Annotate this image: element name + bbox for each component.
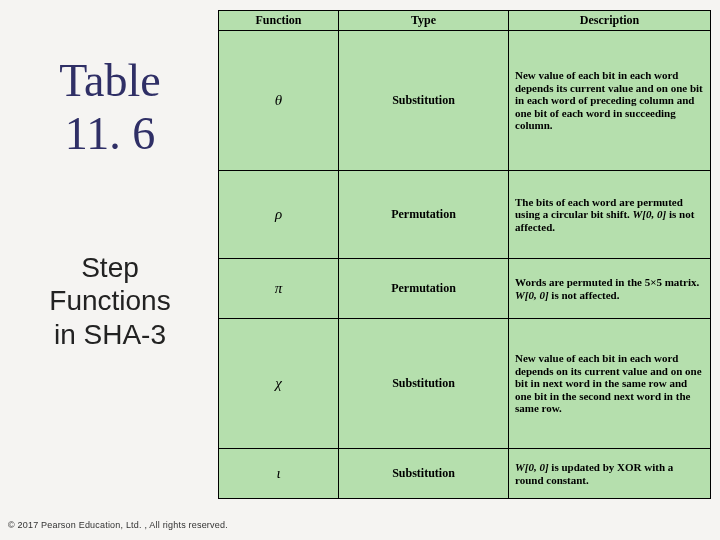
header-type: Type xyxy=(339,11,509,31)
subtitle-line-2: Functions xyxy=(0,284,220,318)
table-header-row: Function Type Description xyxy=(219,11,711,31)
cell-description: New value of each bit in each word depen… xyxy=(509,31,711,171)
table-row: χ Substitution New value of each bit in … xyxy=(219,319,711,449)
cell-description: New value of each bit in each word depen… xyxy=(509,319,711,449)
desc-text: is not affected. xyxy=(549,289,620,301)
copyright-footer: © 2017 Pearson Education, Ltd. , All rig… xyxy=(8,520,228,530)
desc-text: Words are permuted in the 5×5 matrix. xyxy=(515,276,699,288)
table-container: Function Type Description θ Substitution… xyxy=(218,10,710,499)
left-column: Table 11. 6 Step Functions in SHA-3 xyxy=(0,0,220,540)
subtitle-line-1: Step xyxy=(0,251,220,285)
cell-description: The bits of each word are permuted using… xyxy=(509,171,711,259)
cell-description: Words are permuted in the 5×5 matrix. W[… xyxy=(509,259,711,319)
desc-matrix: W[0, 0] xyxy=(633,208,667,220)
cell-type: Substitution xyxy=(339,31,509,171)
cell-type: Permutation xyxy=(339,259,509,319)
slide-subtitle: Step Functions in SHA-3 xyxy=(0,251,220,352)
header-description: Description xyxy=(509,11,711,31)
header-function: Function xyxy=(219,11,339,31)
cell-function: π xyxy=(219,259,339,319)
desc-matrix: W[0, 0] xyxy=(515,461,549,473)
cell-function: ι xyxy=(219,449,339,499)
title-line-1: Table xyxy=(0,55,220,108)
cell-description: W[0, 0] is updated by XOR with a round c… xyxy=(509,449,711,499)
cell-type: Substitution xyxy=(339,449,509,499)
cell-function: χ xyxy=(219,319,339,449)
subtitle-line-3: in SHA-3 xyxy=(0,318,220,352)
cell-type: Substitution xyxy=(339,319,509,449)
cell-function: ρ xyxy=(219,171,339,259)
cell-function: θ xyxy=(219,31,339,171)
desc-matrix: W[0, 0] xyxy=(515,289,549,301)
slide-title: Table 11. 6 xyxy=(0,55,220,161)
title-line-2: 11. 6 xyxy=(0,108,220,161)
table-row: π Permutation Words are permuted in the … xyxy=(219,259,711,319)
table-row: ι Substitution W[0, 0] is updated by XOR… xyxy=(219,449,711,499)
step-functions-table: Function Type Description θ Substitution… xyxy=(218,10,711,499)
table-row: ρ Permutation The bits of each word are … xyxy=(219,171,711,259)
slide: Table 11. 6 Step Functions in SHA-3 Func… xyxy=(0,0,720,540)
table-row: θ Substitution New value of each bit in … xyxy=(219,31,711,171)
cell-type: Permutation xyxy=(339,171,509,259)
